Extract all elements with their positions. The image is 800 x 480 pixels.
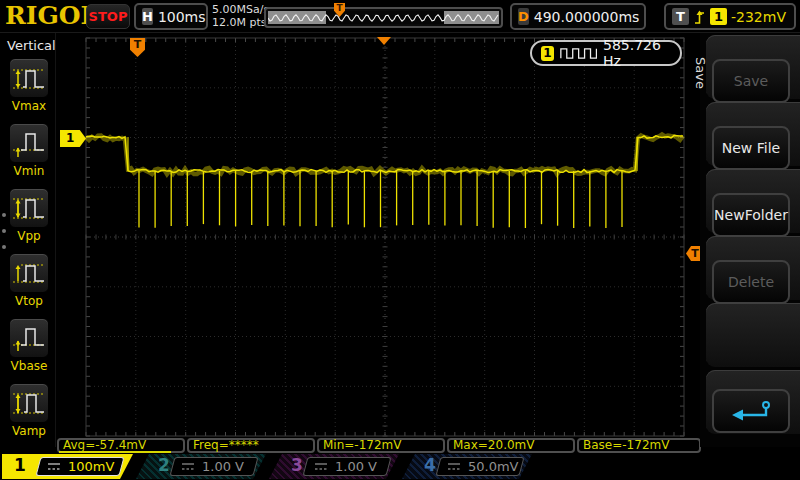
measurement-highlight — [59, 451, 171, 453]
channel-scale: 1.00 V — [335, 459, 377, 474]
horizontal-timebase-box: H 100ms — [134, 3, 208, 30]
vertical-measure-menu: Vertical Vmax — [0, 33, 56, 447]
frequency-counter: 1 585.726 Hz — [530, 40, 682, 66]
channel4-tab[interactable]: 4 50.0mV — [402, 454, 532, 479]
memory-depth: 12.0M pts — [212, 16, 269, 29]
menu-item-vtop[interactable]: Vtop — [9, 253, 49, 308]
channel3-tab[interactable]: 3 1.00 V — [269, 454, 399, 479]
menu-item-label: Vamp — [9, 424, 49, 438]
channel-scale: 1.00 V — [202, 459, 244, 474]
sample-rate: 5.00MSa/s — [212, 3, 269, 16]
rising-edge-icon — [693, 8, 706, 26]
vpp-icon — [9, 188, 49, 228]
run-state-indicator: STOP — [86, 4, 130, 29]
channel1-tab[interactable]: 1 100mV — [2, 454, 133, 479]
measurement-base: Base=-172mV — [577, 438, 701, 453]
vbase-icon — [9, 318, 49, 358]
menu-item-label: Vtop — [9, 294, 49, 308]
menu-item-vmin[interactable]: Vmin — [9, 123, 49, 178]
save-button[interactable]: Save — [712, 59, 790, 103]
menu-item-vamp[interactable]: Vamp — [9, 383, 49, 438]
d-badge: D — [518, 8, 529, 25]
rigol-logo: RIGOL — [5, 1, 98, 30]
menu-tab-label: Save — [693, 57, 708, 89]
timebase-value: 100ms — [158, 9, 206, 25]
vtop-icon — [9, 253, 49, 293]
menu-item-label: Vpp — [9, 229, 49, 243]
back-button[interactable] — [712, 389, 790, 433]
new-file-button[interactable]: New File — [712, 126, 790, 170]
horizontal-center-marker — [377, 37, 391, 45]
trigger-level-value: -232mV — [731, 9, 786, 25]
vamp-icon — [9, 383, 49, 423]
menu-page-dots — [2, 201, 6, 261]
menu-item-label: Vbase — [9, 359, 49, 373]
delete-button[interactable]: Delete — [712, 260, 790, 304]
channel-scale-box: 1.00 V — [302, 457, 391, 476]
menu-item-label: Vmin — [9, 164, 49, 178]
waveform-display[interactable] — [0, 0, 800, 480]
dc-coupling-icon — [447, 462, 461, 471]
menu-item-vbase[interactable]: Vbase — [9, 318, 49, 373]
vmax-icon — [9, 58, 49, 98]
t-badge: T — [672, 8, 689, 25]
h-badge: H — [142, 8, 153, 25]
acquisition-info: 5.00MSa/s 12.0M pts — [212, 3, 269, 29]
menu-title: Vertical — [7, 38, 56, 53]
dc-coupling-icon — [314, 462, 328, 471]
new-folder-button[interactable]: NewFolder — [712, 193, 790, 237]
channel-scale-box: 50.0mV — [435, 457, 524, 476]
delay-value: 490.000000ms — [534, 9, 640, 25]
softkey-menu-panel: Save New File NewFolder Delete — [700, 33, 800, 447]
dc-coupling-icon — [47, 462, 61, 471]
channel-scale-box: 100mV — [35, 457, 124, 476]
channel-status-bar: 1 100mV 2 1.00 V 3 — [0, 454, 800, 480]
menu-item-vpp[interactable]: Vpp — [9, 188, 49, 243]
measurement-min: Min=-172mV — [317, 438, 445, 453]
measurement-max: Max=20.0mV — [447, 438, 575, 453]
trigger-box: T 1 -232mV — [664, 3, 796, 30]
memory-position-bar[interactable]: T — [264, 7, 503, 28]
channel-scale-box: 1.00 V — [169, 457, 258, 476]
frequency-value: 585.726 Hz — [603, 37, 671, 69]
dc-coupling-icon — [181, 462, 195, 471]
channel-scale: 50.0mV — [468, 459, 519, 474]
channel-number: 1 — [14, 455, 26, 475]
memory-waveform-strip — [268, 11, 499, 24]
measurement-freq: Freq=***** — [187, 438, 315, 453]
square-wave-icon — [560, 46, 597, 61]
return-arrow-icon — [728, 399, 774, 423]
status-bar: RIGOL STOP H 100ms 5.00MSa/s 12.0M pts T… — [0, 0, 800, 33]
menu-item-label: Vmax — [9, 99, 49, 113]
memory-waveform-icon — [268, 11, 499, 24]
softkey-slot — [706, 303, 800, 367]
delay-box: D 490.000000ms — [510, 3, 646, 30]
trigger-source-badge: 1 — [710, 8, 727, 25]
channel2-tab[interactable]: 2 1.00 V — [136, 454, 266, 479]
channel-number: 3 — [291, 455, 303, 475]
channel-number: 2 — [158, 455, 170, 475]
menu-item-vmax[interactable]: Vmax — [9, 58, 49, 113]
oscilloscope-screen: RIGOL STOP H 100ms 5.00MSa/s 12.0M pts T… — [0, 0, 800, 480]
counter-channel-badge: 1 — [541, 46, 554, 61]
channel-number: 4 — [424, 455, 436, 475]
vmin-icon — [9, 123, 49, 163]
channel-scale: 100mV — [68, 459, 114, 474]
